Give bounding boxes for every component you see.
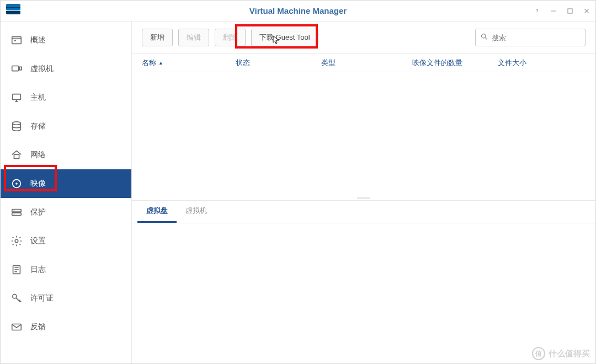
svg-line-29 — [485, 38, 487, 39]
tab-content — [132, 223, 595, 363]
splitter-handle[interactable] — [132, 196, 595, 200]
window-controls — [533, 1, 591, 22]
log-icon — [10, 264, 23, 276]
svg-rect-14 — [14, 154, 19, 158]
svg-point-19 — [14, 210, 14, 211]
help-icon[interactable] — [533, 7, 541, 15]
image-icon — [10, 178, 23, 190]
sidebar-item-settings[interactable]: 设置 — [1, 227, 131, 255]
vm-icon — [10, 63, 23, 75]
sidebar-item-label: 保护 — [30, 207, 46, 217]
search-box[interactable] — [475, 29, 586, 46]
sidebar-item-label: 映像 — [30, 179, 46, 189]
host-icon — [10, 92, 23, 104]
key-icon — [10, 292, 23, 304]
app-icon — [6, 4, 22, 16]
network-icon — [10, 149, 23, 161]
sidebar-item-label: 概述 — [30, 35, 46, 45]
sidebar-item-feedback[interactable]: 反馈 — [1, 313, 131, 341]
sidebar-item-storage[interactable]: 存储 — [1, 112, 131, 141]
search-input[interactable] — [492, 34, 584, 42]
svg-point-21 — [15, 239, 18, 243]
svg-rect-17 — [12, 210, 22, 212]
svg-point-13 — [13, 122, 21, 125]
add-button[interactable]: 新增 — [142, 29, 173, 46]
svg-point-0 — [537, 13, 538, 13]
gear-icon — [10, 235, 23, 247]
column-type[interactable]: 类型 — [315, 58, 406, 68]
sidebar-item-host[interactable]: 主机 — [1, 83, 131, 112]
tab-vdisk[interactable]: 虚拟盘 — [137, 200, 177, 223]
watermark-text: 什么值得买 — [549, 349, 590, 359]
mail-icon — [10, 321, 23, 333]
overview-icon — [10, 34, 23, 46]
svg-point-26 — [13, 295, 17, 298]
download-guest-tool-button[interactable]: 下载 Guest Tool — [251, 29, 318, 46]
sidebar-item-label: 反馈 — [30, 322, 46, 332]
sidebar-item-license[interactable]: 许可证 — [1, 284, 131, 313]
table-header: 名称▲ 状态 类型 映像文件的数量 文件大小 — [132, 53, 595, 72]
protect-icon — [10, 206, 23, 218]
watermark: 值 什么值得买 — [532, 347, 590, 360]
column-name[interactable]: 名称▲ — [135, 58, 229, 68]
sort-asc-icon: ▲ — [158, 60, 163, 66]
sidebar-item-label: 虚拟机 — [30, 64, 54, 74]
svg-rect-18 — [12, 213, 22, 216]
svg-rect-5 — [12, 37, 22, 44]
minimize-icon[interactable] — [549, 7, 558, 15]
sidebar-item-network[interactable]: 网络 — [1, 141, 131, 169]
svg-point-28 — [482, 34, 486, 39]
table-body — [132, 72, 595, 196]
svg-rect-9 — [20, 67, 22, 70]
sidebar-item-label: 许可证 — [30, 293, 54, 303]
column-status[interactable]: 状态 — [229, 58, 315, 68]
sidebar-item-log[interactable]: 日志 — [1, 255, 131, 284]
main-panel: 新增 编辑 删除 下载 Guest Tool 名称▲ 状态 类型 映像文件的数量… — [132, 22, 595, 363]
delete-button[interactable]: 删除 — [215, 29, 246, 46]
app-window: Virtual Machine Manager 概述 虚拟机 主机 — [0, 0, 596, 364]
column-size[interactable]: 文件大小 — [491, 58, 577, 68]
sidebar-item-image[interactable]: 映像 — [1, 169, 131, 198]
svg-rect-2 — [568, 9, 572, 13]
storage-icon — [10, 120, 23, 132]
watermark-badge: 值 — [532, 347, 545, 360]
svg-point-16 — [15, 183, 18, 185]
svg-rect-10 — [13, 94, 21, 100]
column-count[interactable]: 映像文件的数量 — [406, 58, 491, 68]
sidebar-item-label: 网络 — [30, 150, 46, 160]
maximize-icon[interactable] — [566, 7, 574, 15]
sidebar: 概述 虚拟机 主机 存储 网络 映像 — [1, 22, 132, 363]
svg-point-20 — [14, 213, 14, 214]
edit-button[interactable]: 编辑 — [178, 29, 209, 46]
titlebar: Virtual Machine Manager — [1, 1, 595, 22]
window-title: Virtual Machine Manager — [249, 6, 347, 15]
sidebar-item-overview[interactable]: 概述 — [1, 26, 131, 55]
detail-tabs: 虚拟盘 虚拟机 — [132, 200, 595, 223]
sidebar-item-label: 存储 — [30, 121, 46, 131]
close-icon[interactable] — [582, 7, 591, 15]
toolbar: 新增 编辑 删除 下载 Guest Tool — [132, 22, 595, 53]
svg-rect-8 — [12, 66, 19, 71]
sidebar-item-label: 设置 — [30, 236, 46, 246]
sidebar-item-label: 主机 — [30, 93, 46, 103]
search-icon — [480, 33, 488, 42]
sidebar-item-vm[interactable]: 虚拟机 — [1, 55, 131, 83]
sidebar-item-protect[interactable]: 保护 — [1, 198, 131, 227]
sidebar-item-label: 日志 — [30, 265, 46, 275]
tab-vm[interactable]: 虚拟机 — [177, 200, 216, 223]
